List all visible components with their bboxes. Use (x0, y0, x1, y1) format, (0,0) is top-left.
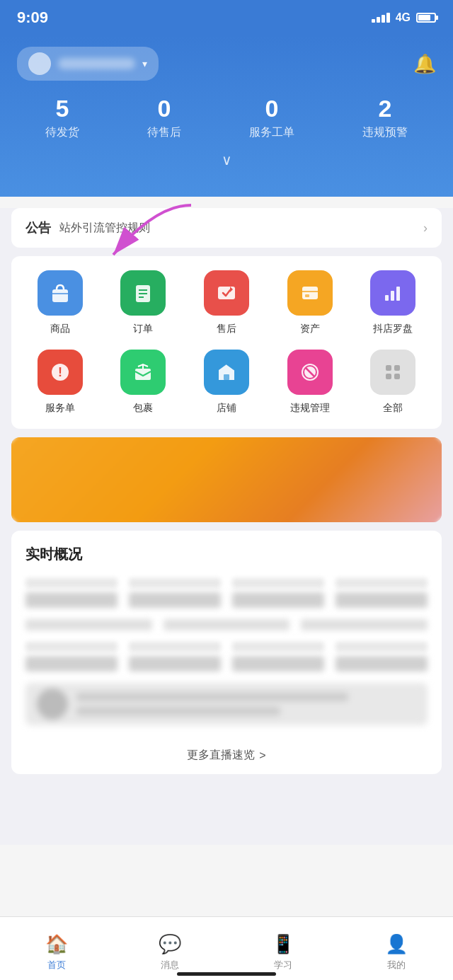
svg-text:!: ! (58, 365, 62, 379)
banner-card[interactable] (11, 437, 442, 522)
status-time: 9:09 (17, 8, 48, 27)
header-section: ▾ 🔔 5 待发货 0 待售后 0 服务工单 2 违规预警 ∨ (0, 35, 453, 197)
blur-stat-8 (336, 642, 428, 671)
menu-item-order-label: 订单 (133, 323, 153, 335)
violation-icon (287, 350, 333, 395)
main-content: 公告 站外引流管控规则 › 商品 (0, 208, 453, 845)
shop-icon (204, 350, 249, 395)
nav-label-mine: 我的 (387, 959, 406, 972)
blur-stat-2 (129, 578, 221, 608)
stat-label-violation: 违规预警 (362, 125, 408, 140)
svg-rect-25 (394, 374, 400, 379)
signal-icon (372, 13, 390, 23)
menu-item-compass[interactable]: 抖店罗盘 (351, 270, 435, 335)
nav-label-learn: 学习 (274, 959, 292, 972)
stat-item-violation[interactable]: 2 违规预警 (362, 95, 408, 140)
svg-rect-10 (305, 294, 309, 297)
svg-rect-24 (386, 374, 391, 379)
nav-item-mine[interactable]: 👤 我的 (340, 926, 453, 972)
aftersale-icon (204, 270, 249, 316)
announcement-bar[interactable]: 公告 站外引流管控规则 › (11, 208, 442, 248)
menu-item-product[interactable]: 商品 (18, 270, 102, 335)
menu-item-shop-label: 店铺 (217, 402, 236, 415)
nav-label-home: 首页 (47, 959, 66, 972)
more-live-row[interactable]: 更多直播速览 > (25, 737, 428, 774)
menu-item-service[interactable]: ! 服务单 (18, 350, 102, 415)
svg-rect-8 (302, 287, 318, 299)
svg-rect-23 (394, 365, 400, 371)
store-selector[interactable]: ▾ (17, 47, 159, 81)
svg-rect-18 (224, 374, 229, 380)
mine-icon: 👤 (385, 933, 408, 955)
home-icon: 🏠 (45, 933, 68, 955)
svg-rect-11 (385, 295, 389, 301)
nav-label-message: 消息 (161, 959, 179, 972)
banner-overlay (11, 437, 442, 522)
blur-row-1 (25, 619, 428, 630)
blur-stat-3 (232, 578, 324, 608)
blur-stat-7 (232, 642, 324, 671)
announcement-text: 站外引流管控规则 (59, 221, 415, 236)
blur-stats-grid (25, 578, 428, 608)
menu-item-violation-label: 违规管理 (290, 402, 330, 415)
menu-item-product-label: 商品 (50, 323, 70, 335)
expand-row[interactable]: ∨ (0, 146, 453, 180)
menu-grid-card: 商品 订单 (11, 256, 442, 429)
menu-item-assets-label: 资产 (300, 323, 320, 335)
blur-stat-4 (336, 578, 428, 608)
stat-number-after-sale: 0 (158, 95, 171, 122)
product-icon (38, 270, 83, 316)
stat-item-pending-ship[interactable]: 5 待发货 (45, 95, 79, 140)
blur-stat-1 (25, 578, 117, 608)
expand-chevron-icon: ∨ (222, 151, 232, 168)
nav-item-message[interactable]: 💬 消息 (113, 926, 226, 972)
blur-wide-row (25, 683, 428, 725)
more-live-text: 更多直播速览 (187, 748, 255, 763)
bell-icon[interactable]: 🔔 (413, 53, 436, 75)
menu-item-parcel-label: 包裹 (133, 402, 153, 415)
menu-grid: 商品 订单 (18, 270, 435, 415)
svg-rect-22 (386, 365, 391, 371)
svg-rect-16 (135, 369, 151, 380)
message-icon: 💬 (159, 933, 181, 955)
learn-icon: 📱 (272, 933, 294, 955)
parcel-icon (120, 350, 166, 395)
bottom-nav: 🏠 首页 💬 消息 📱 学习 👤 我的 (0, 916, 453, 980)
service-icon: ! (38, 350, 83, 395)
menu-item-aftersale[interactable]: 售后 (185, 270, 268, 335)
store-name-blur (58, 58, 135, 69)
realtime-title: 实时概况 (25, 545, 428, 564)
menu-item-aftersale-label: 售后 (217, 323, 236, 335)
home-indicator (177, 972, 276, 976)
menu-item-all[interactable]: 全部 (351, 350, 435, 415)
blur-stat-5 (25, 642, 117, 671)
all-icon (370, 350, 415, 395)
more-live-arrow-icon: > (259, 749, 265, 762)
menu-item-compass-label: 抖店罗盘 (373, 323, 413, 335)
stat-item-after-sale[interactable]: 0 待售后 (147, 95, 181, 140)
stat-item-service[interactable]: 0 服务工单 (249, 95, 294, 140)
menu-item-violation[interactable]: 违规管理 (268, 350, 352, 415)
stat-number-service: 0 (265, 95, 279, 122)
stat-label-after-sale: 待售后 (147, 125, 181, 140)
status-bar: 9:09 4G (0, 0, 453, 35)
nav-item-home[interactable]: 🏠 首页 (0, 926, 113, 972)
store-avatar (28, 52, 51, 75)
menu-item-service-label: 服务单 (45, 402, 75, 415)
announcement-tag: 公告 (25, 219, 51, 236)
order-icon (120, 270, 166, 316)
menu-item-order[interactable]: 订单 (102, 270, 185, 335)
status-icons: 4G (372, 11, 436, 24)
menu-item-shop[interactable]: 店铺 (185, 350, 268, 415)
svg-rect-12 (391, 291, 394, 301)
stat-number-violation: 2 (379, 95, 392, 122)
blur-stats-grid-2 (25, 642, 428, 671)
stat-label-pending-ship: 待发货 (45, 125, 79, 140)
menu-item-assets[interactable]: 资产 (268, 270, 352, 335)
svg-rect-7 (218, 287, 235, 299)
assets-icon (287, 270, 333, 316)
stats-row: 5 待发货 0 待售后 0 服务工单 2 违规预警 (0, 95, 453, 146)
menu-item-parcel[interactable]: 包裹 (102, 350, 185, 415)
nav-item-learn[interactable]: 📱 学习 (226, 926, 340, 972)
announcement-arrow-icon: › (423, 221, 428, 236)
